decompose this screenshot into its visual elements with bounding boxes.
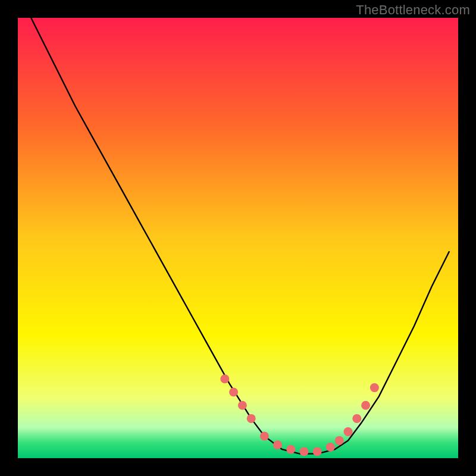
marker-dot — [220, 374, 229, 383]
marker-dot — [326, 443, 335, 452]
marker-dot — [300, 447, 309, 456]
watermark-text: TheBottleneck.com — [356, 2, 470, 18]
plot-area — [18, 18, 458, 458]
marker-dot — [352, 414, 361, 423]
marker-dot — [344, 427, 353, 436]
marker-dot — [260, 432, 269, 441]
marker-dot — [335, 436, 344, 445]
marker-dot — [273, 440, 282, 449]
chart-frame: TheBottleneck.com — [0, 0, 476, 476]
marker-dot — [238, 401, 247, 410]
marker-dot — [229, 388, 238, 397]
marker-dot — [370, 383, 379, 392]
marker-dot — [286, 445, 295, 454]
marker-dot — [247, 414, 256, 423]
marker-dot — [361, 401, 370, 410]
marker-dot — [313, 447, 322, 456]
plot-svg — [18, 18, 458, 458]
